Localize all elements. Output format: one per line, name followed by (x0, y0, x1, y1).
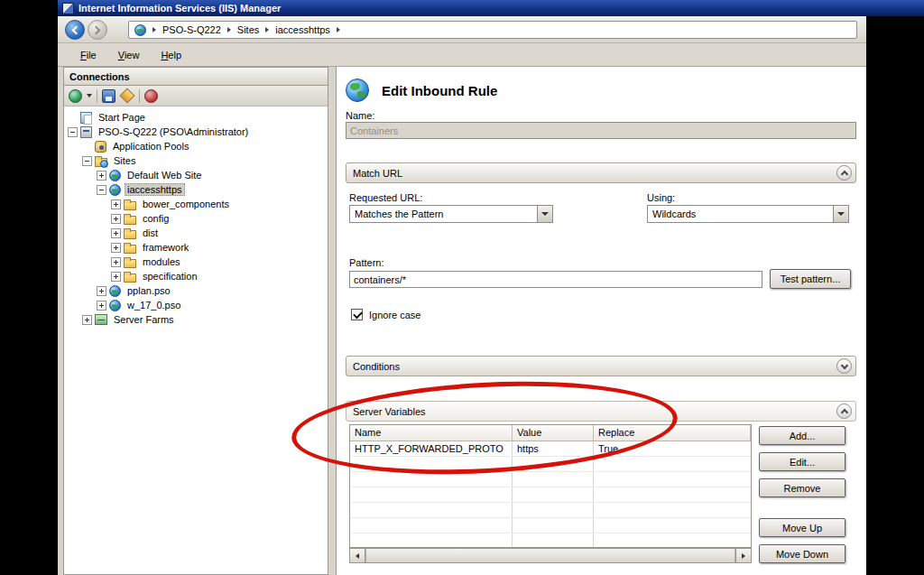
tree-item-default-web-site[interactable]: Default Web Site (64, 168, 328, 182)
server-variables-section-title: Server Variables (353, 406, 426, 417)
delete-connection-icon[interactable] (144, 89, 158, 103)
breadcrumb-chevron-icon[interactable] (227, 27, 231, 32)
expand-icon[interactable] (82, 315, 92, 325)
forward-button[interactable] (88, 20, 107, 40)
conditions-section-header[interactable]: Conditions (346, 356, 856, 376)
save-connections-icon[interactable] (102, 89, 116, 103)
connections-tree: Start Page PSO-S-Q222 (PSO\Administrator… (64, 107, 328, 574)
tree-item-dist[interactable]: dist (64, 226, 328, 240)
remove-button[interactable]: Remove (759, 478, 845, 497)
tree-item-specification[interactable]: specification (64, 269, 328, 283)
folder-icon (124, 245, 136, 254)
pattern-input[interactable] (349, 271, 762, 288)
breadcrumb-chevron-icon[interactable] (152, 27, 156, 32)
using-select[interactable]: Wildcards (647, 205, 849, 223)
create-connection-icon[interactable] (69, 89, 82, 103)
rename-connection-icon[interactable] (120, 88, 135, 104)
collapse-section-button[interactable] (836, 165, 852, 181)
tree-item-server[interactable]: PSO-S-Q222 (PSO\Administrator) (64, 125, 328, 139)
expand-icon[interactable] (97, 171, 106, 181)
menu-bar: File View Help (58, 43, 866, 67)
expand-icon[interactable] (111, 243, 121, 253)
breadcrumb-item-sites[interactable]: Sites (237, 24, 259, 35)
collapse-section-button[interactable] (836, 403, 852, 419)
scroll-right-icon[interactable] (735, 549, 751, 562)
expand-section-button[interactable] (836, 358, 852, 374)
expand-icon[interactable] (111, 272, 121, 282)
move-down-button[interactable]: Move Down (759, 544, 845, 563)
pattern-label: Pattern: (349, 257, 384, 268)
tree-item-modules[interactable]: modules (64, 255, 328, 269)
tree-item-sites[interactable]: Sites (64, 153, 328, 168)
breadcrumb-item-server[interactable]: PSO-S-Q222 (162, 24, 221, 35)
site-globe-icon (109, 300, 121, 311)
ignore-case-checkbox[interactable] (351, 309, 363, 320)
create-connection-dropdown-icon[interactable] (87, 94, 92, 97)
requested-url-select[interactable]: Matches the Pattern (349, 205, 553, 223)
breadcrumb-item-site[interactable]: iaccesshttps (275, 24, 330, 35)
expand-icon[interactable] (97, 301, 106, 311)
dropdown-arrow-icon[interactable] (833, 206, 848, 222)
menu-help[interactable]: Help (151, 47, 191, 63)
menu-file[interactable]: File (70, 47, 106, 63)
window-titlebar: Internet Information Services (IIS) Mana… (58, 0, 924, 16)
tree-item-w-17-0-pso[interactable]: w_17_0.pso (64, 298, 328, 312)
tree-item-server-farms[interactable]: Server Farms (64, 312, 328, 327)
tree-item-label: Sites (111, 154, 138, 167)
expand-icon[interactable] (111, 257, 121, 267)
chevron-down-icon (840, 361, 847, 368)
rule-name-label: Name: (346, 110, 374, 121)
expand-icon[interactable] (111, 214, 121, 224)
back-button[interactable] (65, 20, 85, 40)
tree-item-label: Default Web Site (125, 169, 204, 181)
expand-icon[interactable] (97, 286, 106, 296)
table-empty-row (350, 487, 751, 503)
column-header-replace[interactable]: Replace (594, 425, 751, 441)
move-up-button[interactable]: Move Up (759, 518, 845, 537)
main-panel: Edit Inbound Rule Name: Match URL Reques… (336, 67, 866, 575)
add-button[interactable]: Add... (759, 426, 845, 445)
tree-item-label: PSO-S-Q222 (PSO\Administrator) (96, 125, 251, 138)
tree-item-start-page[interactable]: Start Page (64, 110, 328, 125)
toolbar-separator (97, 89, 97, 103)
folder-icon (124, 230, 136, 239)
table-row[interactable]: HTTP_X_FORWARDED_PROTO https True (350, 441, 751, 457)
table-header-row: Name Value Replace (350, 425, 751, 441)
server-variables-section-header[interactable]: Server Variables (346, 401, 856, 422)
iis-app-icon (62, 3, 74, 14)
scrollbar-thumb[interactable] (365, 549, 735, 562)
match-url-section-title: Match URL (353, 168, 402, 179)
scroll-left-icon[interactable] (350, 549, 365, 562)
match-url-section-header[interactable]: Match URL (346, 162, 856, 183)
chevron-up-icon (840, 408, 847, 415)
breadcrumb-chevron-icon[interactable] (265, 27, 269, 32)
tree-item-iaccesshttps[interactable]: iaccesshttps (64, 182, 328, 197)
tree-item-framework[interactable]: framework (64, 240, 328, 255)
table-horizontal-scrollbar[interactable] (349, 548, 752, 563)
expand-icon[interactable] (111, 228, 121, 238)
edit-button[interactable]: Edit... (759, 452, 845, 471)
tree-item-bower-components[interactable]: bower_components (64, 197, 328, 211)
folder-icon (124, 201, 136, 210)
column-header-value[interactable]: Value (513, 425, 594, 441)
using-value: Wildcards (648, 209, 833, 219)
site-globe-icon (134, 24, 146, 36)
menu-view[interactable]: View (108, 47, 150, 63)
tree-item-pplan-pso[interactable]: pplan.pso (64, 283, 328, 298)
expand-icon[interactable] (111, 199, 121, 209)
column-header-name[interactable]: Name (350, 425, 513, 441)
dropdown-arrow-icon[interactable] (537, 206, 552, 222)
tree-item-label: dist (140, 227, 161, 239)
collapse-icon[interactable] (82, 156, 92, 166)
test-pattern-button[interactable]: Test pattern... (770, 269, 851, 289)
collapse-icon[interactable] (68, 127, 78, 137)
tree-item-config[interactable]: config (64, 211, 328, 226)
tree-item-application-pools[interactable]: Application Pools (64, 139, 328, 153)
tree-item-label: Start Page (96, 111, 148, 124)
breadcrumb-chevron-icon[interactable] (337, 27, 340, 32)
navigation-bar: PSO-S-Q222 Sites iaccesshttps (58, 16, 866, 43)
iis-manager-window: PSO-S-Q222 Sites iaccesshttps File View … (58, 16, 866, 575)
collapse-icon[interactable] (97, 185, 106, 195)
table-empty-row (350, 503, 751, 518)
folder-icon (124, 274, 136, 283)
